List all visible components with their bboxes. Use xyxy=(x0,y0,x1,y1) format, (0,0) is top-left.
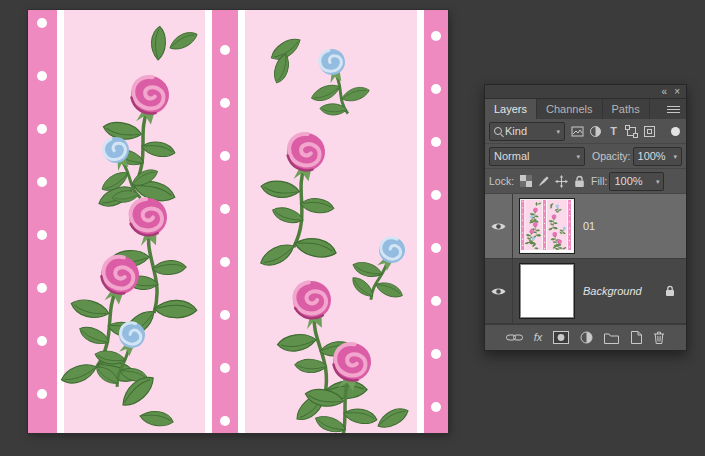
lock-transparency-icon[interactable] xyxy=(518,174,533,189)
blend-mode-value: Normal xyxy=(494,150,529,162)
panel-tab-bar: Layers Channels Paths xyxy=(485,99,686,119)
filter-pixel-layers-icon[interactable] xyxy=(569,123,586,139)
tab-layers[interactable]: Layers xyxy=(485,99,537,119)
pattern-artwork xyxy=(28,10,448,433)
opacity-dropdown[interactable]: 100% ▾ xyxy=(633,147,682,166)
tab-channels[interactable]: Channels xyxy=(537,99,602,119)
filter-row: Kind ▾ T xyxy=(485,119,686,144)
lock-position-move-icon[interactable] xyxy=(554,174,569,189)
filter-smart-objects-icon[interactable] xyxy=(641,123,658,139)
filter-shape-layers-icon[interactable] xyxy=(623,123,640,139)
canvas-document[interactable] xyxy=(28,10,448,433)
blend-row: Normal ▾ Opacity: 100% ▾ xyxy=(485,144,686,169)
layer-row-background[interactable]: Background xyxy=(485,259,686,324)
panel-titlebar: « × xyxy=(485,85,686,99)
layers-panel-footer: fx xyxy=(485,324,686,350)
filter-type-buttons: T xyxy=(569,123,658,139)
layer-thumbnail-white[interactable] xyxy=(520,264,574,318)
filter-kind-label: Kind xyxy=(505,125,527,137)
delete-layer-trash-icon[interactable] xyxy=(653,330,665,346)
layer-thumbnail-pattern[interactable] xyxy=(520,199,574,253)
layers-list: 01 Background xyxy=(485,194,686,324)
new-adjustment-layer-icon[interactable] xyxy=(580,330,593,346)
opacity-label: Opacity: xyxy=(592,150,631,162)
tab-paths[interactable]: Paths xyxy=(603,99,650,119)
filter-toggle-icon[interactable] xyxy=(671,127,680,136)
panel-menu-icon[interactable] xyxy=(667,104,680,115)
layer-name[interactable]: 01 xyxy=(583,220,595,232)
lock-all-icon[interactable] xyxy=(572,174,587,189)
lock-row: Lock: Fill: 100% ▾ xyxy=(485,169,686,194)
collapse-panel-icon[interactable]: « xyxy=(662,87,668,97)
new-layer-icon[interactable] xyxy=(630,330,642,346)
layer-row-01[interactable]: 01 xyxy=(485,194,686,259)
lock-pixels-brush-icon[interactable] xyxy=(536,174,551,189)
opacity-value: 100% xyxy=(638,150,666,162)
fill-dropdown[interactable]: 100% ▾ xyxy=(609,172,664,191)
chevron-down-icon: ▾ xyxy=(656,178,660,185)
layers-panel: « × Layers Channels Paths Kind ▾ T xyxy=(484,84,687,351)
background-locked-icon xyxy=(665,285,675,297)
add-layer-mask-icon[interactable] xyxy=(553,330,569,346)
visibility-toggle-eye-icon[interactable] xyxy=(485,194,513,258)
search-icon xyxy=(494,127,502,135)
close-panel-icon[interactable]: × xyxy=(674,87,680,97)
fill-label: Fill: xyxy=(591,175,607,187)
lock-label: Lock: xyxy=(489,175,514,187)
filter-adjustment-layers-icon[interactable] xyxy=(587,123,604,139)
chevron-down-icon: ▾ xyxy=(556,128,560,135)
chevron-down-icon: ▾ xyxy=(576,153,580,160)
new-group-folder-icon[interactable] xyxy=(604,330,619,346)
layer-name[interactable]: Background xyxy=(583,285,642,297)
lock-buttons xyxy=(518,174,587,189)
chevron-down-icon: ▾ xyxy=(673,153,677,160)
filter-type-layers-icon[interactable]: T xyxy=(605,123,622,139)
layer-styles-fx-icon[interactable]: fx xyxy=(534,330,543,346)
blend-mode-dropdown[interactable]: Normal ▾ xyxy=(489,147,585,166)
filter-kind-dropdown[interactable]: Kind ▾ xyxy=(489,122,565,141)
visibility-toggle-eye-icon[interactable] xyxy=(485,259,513,323)
fill-value: 100% xyxy=(614,175,642,187)
link-layers-icon[interactable] xyxy=(506,330,523,346)
